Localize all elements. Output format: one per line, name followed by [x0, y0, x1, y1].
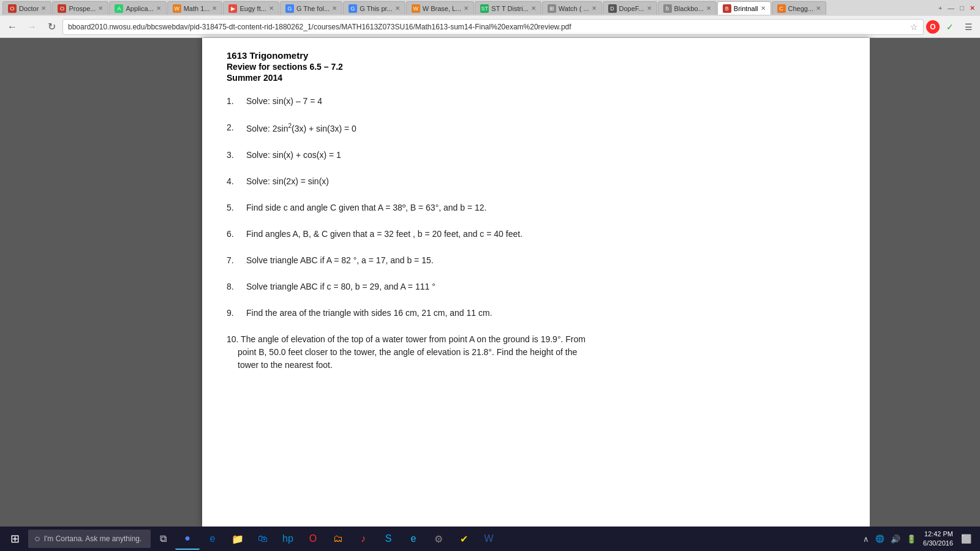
tab-thefoll[interactable]: GG The fol...✕ [280, 1, 342, 15]
start-button[interactable]: ⊞ [2, 528, 27, 550]
tab-doctor[interactable]: ODoctor✕ [2, 1, 51, 15]
tab-applicat[interactable]: AApplica...✕ [109, 1, 166, 15]
taskbar-apps: ●e📁🛍hpO🗂♪Se⚙✔W [175, 528, 501, 550]
tab-thispro[interactable]: GG This pr...✕ [343, 1, 405, 15]
battery-icon[interactable]: 🔋 [905, 534, 918, 544]
explorer-icon: 📁 [232, 533, 244, 545]
tab-label-thefoll: G The fol... [296, 5, 330, 12]
tab-label-tdistri: ST T Distri... [491, 5, 529, 12]
tab-label-math: Math 1... [184, 5, 210, 12]
tab-label-applicat: Applica... [126, 5, 153, 12]
tab-close-math[interactable]: ✕ [212, 5, 217, 12]
problem-content: Solve: sin(2x) = sin(x) [246, 175, 845, 188]
tab-eugy[interactable]: ▶Eugy ft...✕ [223, 1, 279, 15]
tab-favicon-blackbo: b [663, 4, 672, 13]
opera-icon: O [309, 533, 317, 544]
tab-favicon-doctor: O [8, 4, 17, 13]
tab-favicon-watch: ⊞ [548, 4, 556, 13]
taskbar-app-edge[interactable]: e [200, 528, 225, 550]
doc-course: Summer 2014 [227, 73, 845, 83]
tab-close-tdistri[interactable]: ✕ [531, 5, 536, 12]
taskbar-app-store[interactable]: 🛍 [251, 528, 275, 550]
taskbar-app-settings[interactable]: ⚙ [426, 528, 451, 550]
taskbar-right: ∧ 🌐 🔊 🔋 12:42 PM 6/30/2016 ⬜ [861, 530, 978, 549]
taskbar-app-opera[interactable]: O [301, 528, 325, 550]
task-view-button[interactable]: ⧉ [152, 528, 174, 550]
forward-button[interactable]: → [23, 18, 40, 36]
taskbar-app-explorer[interactable]: 📁 [225, 528, 250, 550]
tab-favicon-dopef: D [608, 4, 617, 13]
close-browser-button[interactable]: ✕ [967, 4, 978, 12]
opera-icon[interactable]: O [926, 20, 940, 34]
tab-prosper[interactable]: OProspe...✕ [52, 1, 108, 15]
refresh-button[interactable]: ↻ [43, 18, 60, 36]
network-icon[interactable]: 🌐 [873, 534, 886, 543]
tab-math[interactable]: WMath 1...✕ [167, 1, 223, 15]
tab-label-eugy: Eugy ft... [239, 5, 266, 12]
norton-icon: ✔ [460, 533, 468, 545]
minimize-button[interactable]: — [945, 4, 957, 12]
new-tab-button[interactable]: + [936, 4, 944, 12]
tab-tdistri[interactable]: STST T Distri...✕ [475, 1, 541, 15]
problem-9: 9.Find the area of the triangle with sid… [227, 307, 845, 320]
taskbar-app-chrome[interactable]: ● [175, 528, 200, 550]
taskbar-app-hp[interactable]: hp [276, 528, 300, 550]
tab-favicon-brintnall: B [723, 4, 731, 13]
tab-close-chegg[interactable]: ✕ [816, 5, 821, 12]
taskbar-app-ie[interactable]: e [401, 528, 426, 550]
tab-close-blackbo[interactable]: ✕ [706, 5, 711, 12]
address-bar[interactable]: bboard2010.nwosu.edu/bbcswebdav/pid-3184… [62, 19, 924, 35]
taskbar-clock[interactable]: 12:42 PM 6/30/2016 [921, 530, 956, 549]
notification-center-button[interactable]: ⬜ [958, 530, 974, 548]
tab-close-prosper[interactable]: ✕ [98, 5, 103, 12]
checkmark-icon[interactable]: ✓ [942, 19, 958, 35]
tab-close-watch[interactable]: ✕ [592, 5, 597, 12]
back-button[interactable]: ← [4, 18, 21, 36]
tab-favicon-applicat: A [115, 4, 123, 13]
tab-label-dopef: DopeF... [619, 5, 644, 12]
volume-icon[interactable]: 🔊 [889, 534, 902, 544]
hp-icon: hp [282, 533, 293, 544]
taskbar-app-itunes[interactable]: ♪ [351, 528, 375, 550]
taskbar-app-skype[interactable]: S [376, 528, 401, 550]
tab-close-dopef[interactable]: ✕ [647, 5, 652, 12]
document-container[interactable]: 1613 Trigonometry Review for sections 6.… [202, 38, 870, 527]
tab-brase[interactable]: WW Brase, L...✕ [406, 1, 475, 15]
menu-button[interactable]: ☰ [960, 19, 976, 35]
tab-brintnall[interactable]: BBrintnall✕ [717, 1, 771, 15]
sidebar-left [0, 38, 202, 527]
problem-num: 7. [227, 254, 241, 267]
tab-close-thispro[interactable]: ✕ [395, 5, 400, 12]
problem-5: 5.Find side c and angle C given that A =… [227, 201, 845, 214]
problem-num: 6. [227, 228, 241, 241]
ie-icon: e [411, 533, 417, 544]
tab-close-brase[interactable]: ✕ [464, 5, 469, 12]
tab-close-eugy[interactable]: ✕ [269, 5, 274, 12]
taskbar-app-files[interactable]: 🗂 [326, 528, 350, 550]
taskbar-app-norton[interactable]: ✔ [451, 528, 476, 550]
word-icon: W [484, 533, 493, 544]
tab-close-thefoll[interactable]: ✕ [332, 5, 337, 12]
tab-close-applicat[interactable]: ✕ [156, 5, 161, 12]
maximize-button[interactable]: □ [957, 4, 967, 12]
tab-favicon-thefoll: G [285, 4, 294, 13]
tab-chegg[interactable]: CChegg...✕ [772, 1, 827, 15]
bookmark-icon[interactable]: ☆ [910, 22, 918, 32]
problem-4: 4.Solve: sin(2x) = sin(x) [227, 175, 845, 188]
cortana-search[interactable]: ○ I'm Cortana. Ask me anything. [28, 530, 151, 548]
settings-icon: ⚙ [434, 533, 443, 545]
tab-close-doctor[interactable]: ✕ [41, 5, 46, 12]
itunes-icon: ♪ [361, 533, 366, 544]
problem-content: Solve triangle ABC if A = 82 °, a = 17, … [246, 254, 845, 267]
tab-blackbo[interactable]: bBlackbo...✕ [658, 1, 717, 15]
tab-watch[interactable]: ⊞Watch ( ...✕ [542, 1, 602, 15]
problem-content: Solve: sin(x) – 7 = 4 [246, 95, 845, 108]
taskbar-app-word[interactable]: W [477, 528, 501, 550]
skype-icon: S [385, 533, 392, 544]
problem-num: 3. [227, 149, 241, 162]
tab-label-blackbo: Blackbo... [674, 5, 704, 12]
tab-dopef[interactable]: DDopeF...✕ [603, 1, 657, 15]
show-hidden-icon[interactable]: ∧ [861, 534, 871, 544]
tab-close-brintnall[interactable]: ✕ [761, 5, 766, 12]
problem-8: 8.Solve triangle ABC if c = 80, b = 29, … [227, 280, 845, 293]
